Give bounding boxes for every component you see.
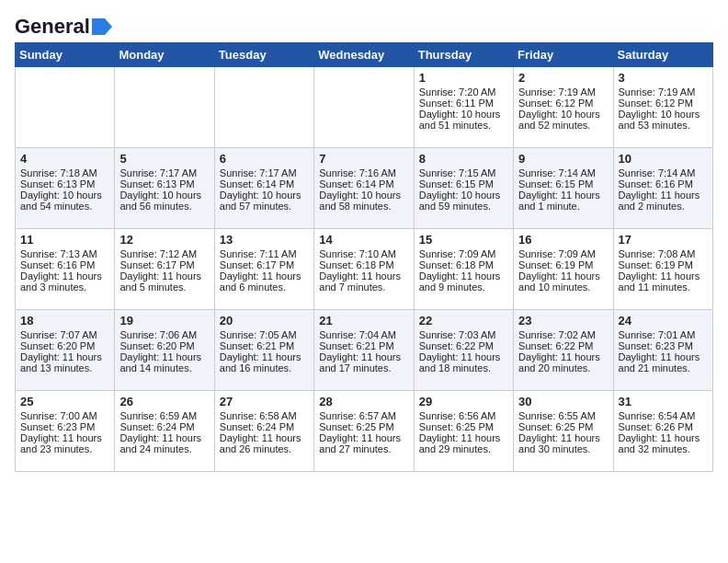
- daylight-text: Daylight: 10 hours and 57 minutes.: [220, 190, 309, 212]
- sunset-text: Sunset: 6:13 PM: [20, 178, 109, 190]
- daylight-text: Daylight: 11 hours and 18 minutes.: [419, 351, 508, 373]
- day-number: 22: [419, 314, 508, 327]
- sunset-text: Sunset: 6:22 PM: [419, 340, 508, 351]
- day-number: 20: [220, 314, 309, 327]
- sunset-text: Sunset: 6:13 PM: [119, 178, 209, 190]
- daylight-text: Daylight: 10 hours and 52 minutes.: [518, 109, 608, 131]
- sunset-text: Sunset: 6:19 PM: [518, 259, 608, 270]
- daylight-text: Daylight: 11 hours and 20 minutes.: [518, 351, 608, 373]
- day-number: 28: [319, 395, 408, 408]
- daylight-text: Daylight: 10 hours and 54 minutes.: [20, 190, 109, 212]
- sunrise-text: Sunrise: 6:58 AM: [220, 410, 309, 421]
- day-number: 26: [119, 395, 209, 408]
- calendar-cell: 25Sunrise: 7:00 AMSunset: 6:23 PMDayligh…: [16, 391, 115, 472]
- logo: General: [15, 15, 112, 35]
- daylight-text: Daylight: 11 hours and 9 minutes.: [419, 270, 508, 293]
- calendar-cell: 10Sunrise: 7:14 AMSunset: 6:16 PMDayligh…: [613, 148, 712, 229]
- sunrise-text: Sunrise: 7:19 AM: [518, 86, 608, 98]
- calendar-cell: 1Sunrise: 7:20 AMSunset: 6:11 PMDaylight…: [414, 67, 513, 148]
- sunset-text: Sunset: 6:15 PM: [419, 178, 508, 190]
- day-number: 6: [220, 152, 309, 166]
- calendar-cell: [314, 67, 414, 148]
- day-number: 14: [319, 233, 408, 247]
- day-number: 3: [619, 71, 708, 85]
- day-number: 30: [518, 395, 608, 408]
- logo-arrow-icon: [92, 18, 112, 35]
- daylight-text: Daylight: 11 hours and 16 minutes.: [220, 351, 309, 373]
- calendar-cell: 31Sunrise: 6:54 AMSunset: 6:26 PMDayligh…: [613, 391, 712, 472]
- daylight-text: Daylight: 10 hours and 51 minutes.: [419, 109, 508, 131]
- sunrise-text: Sunrise: 7:20 AM: [419, 86, 508, 98]
- sunset-text: Sunset: 6:17 PM: [119, 259, 209, 270]
- day-number: 7: [319, 152, 408, 166]
- sunset-text: Sunset: 6:11 PM: [419, 98, 508, 109]
- sunrise-text: Sunrise: 7:13 AM: [20, 248, 109, 259]
- weekday-header-tuesday: Tuesday: [214, 43, 313, 67]
- calendar-cell: 26Sunrise: 6:59 AMSunset: 6:24 PMDayligh…: [115, 391, 214, 472]
- sunrise-text: Sunrise: 7:17 AM: [119, 167, 209, 178]
- daylight-text: Daylight: 10 hours and 53 minutes.: [619, 109, 708, 131]
- day-number: 2: [518, 71, 608, 85]
- sunrise-text: Sunrise: 7:08 AM: [619, 248, 708, 259]
- daylight-text: Daylight: 11 hours and 5 minutes.: [119, 270, 209, 293]
- sunrise-text: Sunrise: 7:16 AM: [319, 167, 408, 178]
- sunrise-text: Sunrise: 7:01 AM: [619, 329, 708, 340]
- calendar-cell: 3Sunrise: 7:19 AMSunset: 6:12 PMDaylight…: [613, 67, 712, 148]
- sunset-text: Sunset: 6:24 PM: [119, 421, 209, 432]
- calendar-cell: 13Sunrise: 7:11 AMSunset: 6:17 PMDayligh…: [214, 229, 313, 310]
- sunrise-text: Sunrise: 7:15 AM: [419, 167, 508, 178]
- sunset-text: Sunset: 6:26 PM: [619, 421, 708, 432]
- calendar-cell: 2Sunrise: 7:19 AMSunset: 6:12 PMDaylight…: [514, 67, 613, 148]
- calendar-cell: 21Sunrise: 7:04 AMSunset: 6:21 PMDayligh…: [314, 310, 414, 391]
- sunset-text: Sunset: 6:23 PM: [619, 340, 708, 351]
- daylight-text: Daylight: 11 hours and 13 minutes.: [20, 351, 109, 373]
- sunrise-text: Sunrise: 7:19 AM: [619, 86, 708, 98]
- day-number: 25: [20, 395, 109, 408]
- calendar-cell: [16, 67, 115, 148]
- sunset-text: Sunset: 6:17 PM: [220, 259, 309, 270]
- weekday-header-saturday: Saturday: [613, 43, 712, 67]
- sunrise-text: Sunrise: 7:18 AM: [20, 167, 109, 178]
- daylight-text: Daylight: 10 hours and 58 minutes.: [319, 190, 408, 212]
- calendar-cell: 14Sunrise: 7:10 AMSunset: 6:18 PMDayligh…: [314, 229, 414, 310]
- day-number: 18: [20, 314, 109, 327]
- day-number: 17: [619, 233, 708, 247]
- daylight-text: Daylight: 11 hours and 11 minutes.: [619, 270, 708, 293]
- sunset-text: Sunset: 6:23 PM: [20, 421, 109, 432]
- calendar-cell: 15Sunrise: 7:09 AMSunset: 6:18 PMDayligh…: [414, 229, 513, 310]
- sunset-text: Sunset: 6:16 PM: [20, 259, 109, 270]
- sunrise-text: Sunrise: 6:57 AM: [319, 410, 408, 421]
- sunset-text: Sunset: 6:25 PM: [518, 421, 608, 432]
- sunset-text: Sunset: 6:25 PM: [419, 421, 508, 432]
- sunrise-text: Sunrise: 7:11 AM: [220, 248, 309, 259]
- daylight-text: Daylight: 11 hours and 24 minutes.: [119, 432, 209, 454]
- calendar-cell: 22Sunrise: 7:03 AMSunset: 6:22 PMDayligh…: [414, 310, 513, 391]
- sunset-text: Sunset: 6:18 PM: [319, 259, 408, 270]
- sunset-text: Sunset: 6:20 PM: [119, 340, 209, 351]
- daylight-text: Daylight: 11 hours and 32 minutes.: [619, 432, 708, 454]
- sunset-text: Sunset: 6:14 PM: [319, 178, 408, 190]
- sunset-text: Sunset: 6:20 PM: [20, 340, 109, 351]
- calendar-cell: 6Sunrise: 7:17 AMSunset: 6:14 PMDaylight…: [214, 148, 313, 229]
- weekday-header-sunday: Sunday: [16, 43, 115, 67]
- calendar-cell: 23Sunrise: 7:02 AMSunset: 6:22 PMDayligh…: [514, 310, 613, 391]
- day-number: 24: [619, 314, 708, 327]
- sunrise-text: Sunrise: 7:05 AM: [220, 329, 309, 340]
- calendar-cell: 17Sunrise: 7:08 AMSunset: 6:19 PMDayligh…: [613, 229, 712, 310]
- daylight-text: Daylight: 11 hours and 10 minutes.: [518, 270, 608, 293]
- sunset-text: Sunset: 6:14 PM: [220, 178, 309, 190]
- calendar-cell: 12Sunrise: 7:12 AMSunset: 6:17 PMDayligh…: [115, 229, 214, 310]
- weekday-header-wednesday: Wednesday: [314, 43, 414, 67]
- sunset-text: Sunset: 6:22 PM: [518, 340, 608, 351]
- sunrise-text: Sunrise: 6:55 AM: [518, 410, 608, 421]
- sunset-text: Sunset: 6:24 PM: [220, 421, 309, 432]
- day-number: 23: [518, 314, 608, 327]
- calendar-cell: 19Sunrise: 7:06 AMSunset: 6:20 PMDayligh…: [115, 310, 214, 391]
- sunset-text: Sunset: 6:12 PM: [518, 98, 608, 109]
- day-number: 12: [119, 233, 209, 247]
- calendar-cell: 9Sunrise: 7:14 AMSunset: 6:15 PMDaylight…: [514, 148, 613, 229]
- calendar-cell: 28Sunrise: 6:57 AMSunset: 6:25 PMDayligh…: [314, 391, 414, 472]
- calendar-cell: 16Sunrise: 7:09 AMSunset: 6:19 PMDayligh…: [514, 229, 613, 310]
- sunset-text: Sunset: 6:21 PM: [220, 340, 309, 351]
- sunrise-text: Sunrise: 7:03 AM: [419, 329, 508, 340]
